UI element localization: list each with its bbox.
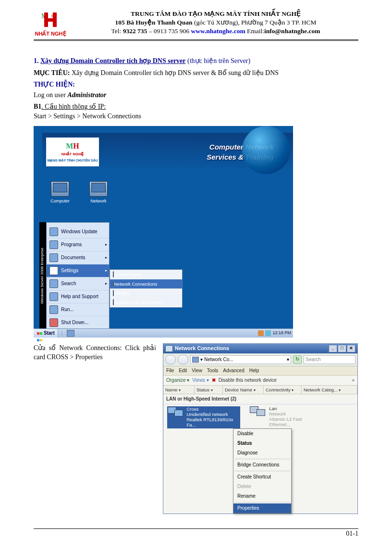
content: 1. Xây dựng Domain Controller tích hợp D… [34, 56, 358, 514]
tel-bold: 9322 735 [123, 27, 147, 35]
address-field[interactable]: ▾Network Co...▾ [190, 355, 291, 364]
menu-windows-update[interactable]: Windows Update [47, 223, 109, 238]
banner-right: Computer Network Services & Training [99, 142, 293, 162]
ctx-disable[interactable]: Disable [233, 429, 291, 439]
ctx-properties[interactable]: Properties [233, 503, 291, 513]
banner-logo-label: NHẤT NGHỆ [46, 151, 99, 157]
menu-edit[interactable]: Edit [179, 367, 187, 374]
ctx-bridge[interactable]: Bridge Connections [233, 460, 291, 470]
menu-shutdown[interactable]: Shut Down... [47, 316, 109, 329]
nav-back-button[interactable] [165, 355, 176, 364]
nc-titlebar: Network Connections _ □ ✕ [163, 344, 357, 353]
ctx-diagnose[interactable]: Diagnose [233, 448, 291, 458]
col-device[interactable]: Device Name ▾ [223, 386, 264, 394]
col-name[interactable]: Name ▾ [163, 386, 195, 394]
taskbar-app-icon[interactable] [67, 330, 74, 337]
lan-dev: Attansic L2 Fast Ethernet... [269, 417, 322, 427]
header-line1: TRUNG TÂM ĐÀO TẠO MẠNG MÁY TÍNH NHẤT NGH… [73, 10, 358, 18]
tb-disable[interactable]: Disable this network device [219, 377, 277, 384]
taskbar: Start ⋮ 12:18 PM [34, 328, 293, 338]
banner-logo-box: MH NHẤT NGHỆ MẠNG MÁY TÍNH CHUYÊN SÂU [46, 138, 99, 166]
submenu-printers[interactable]: Printers [110, 289, 182, 298]
ctx-rename[interactable]: Rename [233, 491, 291, 501]
b1-title: . Cấu hình thông số IP: [41, 103, 106, 110]
nc-body: LAN or High-Speed Internet (2) Cross Uni… [163, 394, 357, 514]
tb-more[interactable]: » [352, 377, 355, 384]
start-button[interactable]: Start [34, 329, 58, 338]
col-conn[interactable]: Connectivity ▾ [264, 386, 302, 394]
nav-forward-button[interactable] [178, 355, 188, 364]
header-text: TRUNG TÂM ĐÀO TẠO MẠNG MÁY TÍNH NHẤT NGH… [73, 10, 358, 36]
logo-label: NHẤT NGHỆ [34, 31, 67, 37]
refresh-button[interactable]: ↻ [293, 355, 302, 364]
globe-icon [242, 126, 290, 174]
menu-view[interactable]: View [192, 367, 202, 374]
col-category[interactable]: Network Categ... ▾ [302, 386, 357, 394]
website-link[interactable]: www.nhatnghe.com [191, 27, 245, 35]
windows-edition-strip: Windows Server 2008 Enterprise [39, 222, 46, 329]
desktop-icon-network[interactable]: Network [86, 181, 110, 204]
submenu-network-connections[interactable]: Network Connections [110, 279, 182, 289]
minimize-button[interactable]: _ [329, 345, 337, 352]
tb-views[interactable]: Views ▾ [192, 377, 208, 384]
menu-settings[interactable]: Settings▸ [47, 264, 109, 277]
menu-file[interactable]: File [166, 367, 174, 374]
col-status[interactable]: Status ▾ [195, 386, 223, 394]
email-prefix: Email: [245, 27, 264, 35]
goal-text: Xây dựng Domain Controller tích hợp DNS … [70, 69, 279, 76]
banner-sub: MẠNG MÁY TÍNH CHUYÊN SÂU [46, 158, 99, 163]
menu-help[interactable]: Help [249, 367, 259, 374]
submenu-control-panel[interactable]: Control Panel [110, 270, 182, 279]
ctx-shortcut[interactable]: Create Shortcut [233, 472, 291, 482]
page-number: 01-1 [346, 530, 358, 537]
disable-x-icon: ✖ [212, 377, 216, 384]
menu-run[interactable]: Run... [47, 303, 109, 316]
page-footer: 01-1 [34, 528, 358, 538]
header-addr-bold: 105 Bà Huyện Thanh Quan [115, 19, 193, 26]
tb-organize[interactable]: Organize ▾ [166, 377, 189, 384]
menu-tools[interactable]: Tools [207, 367, 218, 374]
desktop-icons: Computer Network [48, 181, 110, 204]
desktop-banner: MH NHẤT NGHỆ MẠNG MÁY TÍNH CHUYÊN SÂU Co… [42, 133, 293, 171]
sec1-tail: (thực hiện trên Server) [186, 57, 251, 64]
nc-title: Network Connections [175, 345, 229, 352]
desktop-icon-computer[interactable]: Computer [48, 181, 72, 204]
desktop-icon-network-label: Network [86, 198, 110, 204]
tray-network-icon[interactable] [265, 330, 271, 336]
menu-advanced[interactable]: Advanced [223, 367, 244, 374]
network-card-icon [168, 407, 184, 421]
header-addr-tail: (góc Tú Xương), Phường 7 Quận 3 TP. HCM [193, 19, 317, 26]
search-box[interactable]: Search [304, 355, 355, 364]
svg-text:ter: ter [51, 13, 57, 18]
ctx-status[interactable]: Status [233, 439, 291, 448]
goal-label: MỤC TIÊU: [34, 69, 70, 76]
nc-column-headers: Name ▾ Status ▾ Device Name ▾ Connectivi… [163, 386, 357, 394]
b1-label: B1 [34, 103, 41, 110]
nc-toolbar: Organize ▾ Views ▾ ✖ Disable this networ… [163, 376, 357, 386]
do-label: THỰC HIỆN: [34, 80, 358, 89]
network-connections-window: Network Connections _ □ ✕ ▾Network Co...… [163, 343, 358, 514]
sec1-num: 1. [34, 57, 40, 64]
settings-submenu: Control Panel Network Connections Printe… [110, 269, 183, 307]
close-button[interactable]: ✕ [347, 345, 355, 352]
menu-programs[interactable]: Programs▸ [47, 238, 109, 251]
submenu-taskbar[interactable]: Taskbar and Start Menu [110, 298, 182, 307]
menu-help[interactable]: Help and Support [47, 290, 109, 303]
menu-documents[interactable]: Documents▸ [47, 251, 109, 264]
netcard-cross[interactable]: Cross Unidentified network Realtek RTL81… [167, 406, 240, 428]
sec1-title: Xây dựng Domain Controller tích hợp DNS … [40, 57, 186, 64]
start-menu-column: Windows Update Programs▸ Documents▸ Sett… [46, 222, 110, 329]
netcard-lan[interactable]: Lan Network Attansic L2 Fast Ethernet... [250, 406, 322, 428]
menu-search[interactable]: Search▸ [47, 277, 109, 290]
tray-shield-icon[interactable] [258, 330, 264, 336]
header-logo: M ter NHẤT NGHỆ [34, 10, 67, 37]
email-link: info@nhatnghe.com [264, 27, 320, 35]
nc-menubar: File Edit View Tools Advanced Help [163, 366, 357, 376]
maximize-button[interactable]: □ [338, 345, 346, 352]
page-header: M ter NHẤT NGHỆ TRUNG TÂM ĐÀO TẠO MẠNG M… [34, 10, 358, 41]
context-menu: Disable Status Diagnose Bridge Connectio… [233, 428, 292, 514]
start-menu: Windows Server 2008 Enterprise Windows U… [39, 222, 183, 329]
cross-dev: Realtek RTL8139/810x Fa... [186, 417, 240, 428]
ctx-delete: Delete [233, 482, 291, 491]
nc-addressbar: ▾Network Co...▾ ↻ Search [163, 353, 357, 366]
